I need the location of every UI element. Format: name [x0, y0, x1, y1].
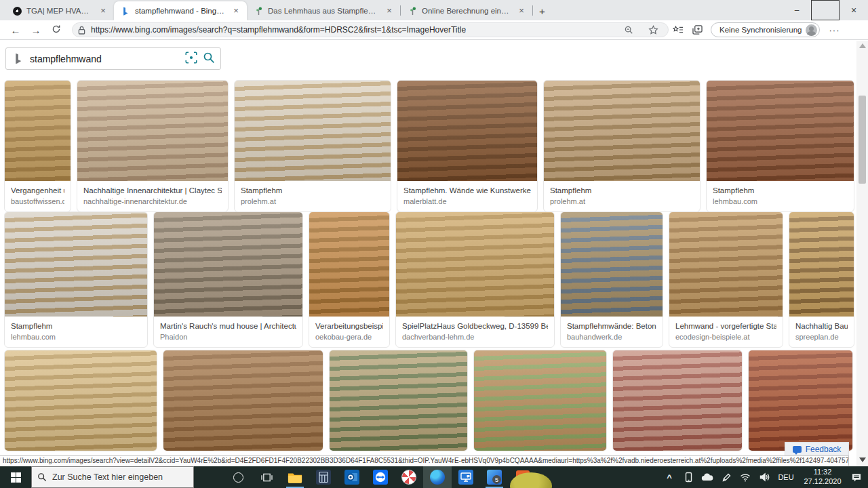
result-title[interactable]: Stampflehm — [713, 185, 848, 197]
tab-tga-mep-hvac[interactable]: TGA| MEP HVAC, étude fluide et × — [5, 1, 114, 20]
tab-close-icon[interactable]: × — [384, 5, 395, 16]
collections-icon[interactable] — [688, 25, 707, 35]
result-image[interactable] — [544, 81, 700, 181]
forward-button[interactable]: → — [26, 24, 46, 36]
edge-button[interactable] — [423, 466, 452, 488]
address-bar[interactable]: https://www.bing.com/images/search?q=sta… — [72, 22, 669, 37]
snipping-tool-button[interactable] — [395, 466, 423, 488]
tab-lehmhaus[interactable]: Das Lehmhaus aus Stampflehm. × — [247, 1, 400, 20]
feedback-button[interactable]: Feedback — [785, 442, 849, 456]
file-explorer-button[interactable] — [281, 466, 309, 488]
image-result-card[interactable]: Stampflehmprolehm.at — [543, 80, 701, 212]
result-image[interactable] — [789, 212, 854, 317]
result-domain[interactable]: lehmbau.com — [713, 197, 848, 207]
result-title[interactable]: Stampflehmwände: Betonschal... — [567, 321, 656, 332]
result-image[interactable] — [5, 212, 147, 317]
back-button[interactable]: ← — [5, 24, 26, 36]
result-image[interactable] — [561, 212, 663, 317]
result-title[interactable]: Stampflehm. Wände wie Kunstwerke - Maler… — [403, 185, 531, 197]
scrollbar-thumb[interactable] — [859, 96, 866, 184]
zoom-page-icon[interactable] — [619, 25, 638, 35]
your-phone-tray-button[interactable] — [679, 466, 697, 488]
settings-menu-button[interactable]: ··· — [824, 25, 844, 35]
cortana-button[interactable] — [224, 466, 252, 488]
result-domain[interactable]: malerblatt.de — [403, 197, 531, 207]
result-image[interactable] — [669, 212, 783, 317]
scrollbar-up-arrow-icon[interactable] — [859, 43, 866, 48]
pen-tray-button[interactable] — [717, 466, 735, 488]
result-domain[interactable]: lehmbau.com — [11, 332, 141, 343]
wifi-tray-button[interactable] — [736, 466, 754, 488]
result-title[interactable]: Nachhaltige Innenarchitektur | Claytec S… — [83, 185, 222, 197]
image-result-card[interactable]: Stampflehmlehmbau.com — [4, 211, 148, 348]
result-title[interactable]: SpielPlatzHaus Goldbeckweg, D-13599 Berl… — [402, 321, 548, 332]
image-result-card[interactable]: Nachhaltig Bauen ...spreeplan.de — [789, 211, 854, 348]
result-title[interactable]: Stampflehm — [241, 185, 384, 197]
result-image[interactable] — [749, 350, 852, 451]
bing-search-box[interactable] — [5, 47, 221, 70]
refresh-button[interactable] — [46, 24, 66, 36]
new-tab-button[interactable]: + — [539, 5, 545, 17]
close-window-button[interactable]: × — [840, 0, 868, 20]
image-result-card[interactable] — [4, 350, 157, 451]
result-title[interactable]: Verarbeitungsbeispiele f... — [315, 321, 383, 332]
image-result-card[interactable]: Martin's Rauch's mud house | Architectur… — [153, 211, 303, 348]
result-title[interactable]: Nachhaltig Bauen ... — [795, 321, 848, 332]
tab-online-berechnung[interactable]: Online Berechnung einer monoli × — [401, 1, 532, 20]
onedrive-tray-button[interactable] — [698, 466, 716, 488]
result-domain[interactable]: baustoffwissen.de — [11, 197, 64, 207]
vertical-scrollbar[interactable] — [856, 41, 868, 466]
search-submit-icon[interactable] — [203, 52, 215, 66]
result-image[interactable] — [396, 212, 554, 317]
action-center-button[interactable] — [848, 466, 865, 488]
result-domain[interactable]: Phaidon — [160, 332, 296, 343]
remote-desktop-button[interactable] — [452, 466, 480, 488]
result-image[interactable] — [613, 350, 742, 451]
taskbar-search-input[interactable] — [52, 472, 174, 482]
image-result-card[interactable] — [329, 350, 468, 451]
tab-close-icon[interactable]: × — [98, 5, 108, 16]
result-title[interactable]: Lehmwand - vorgefertigte Stampfle... — [675, 321, 776, 332]
image-result-card[interactable]: Stampflehmwände: Betonschal...bauhandwer… — [560, 211, 663, 348]
result-image[interactable] — [330, 350, 467, 451]
favorites-bar-icon[interactable] — [669, 25, 688, 35]
taskbar-clock[interactable]: 11:32 27.12.2020 — [799, 468, 846, 487]
calculator-button[interactable] — [309, 466, 338, 488]
result-image[interactable] — [474, 350, 606, 451]
volume-tray-button[interactable] — [755, 466, 773, 488]
result-image[interactable] — [5, 81, 71, 181]
result-title[interactable]: Martin's Rauch's mud house | Architectur… — [160, 321, 296, 332]
image-result-card[interactable] — [612, 350, 743, 451]
url-text[interactable]: https://www.bing.com/images/search?q=sta… — [91, 25, 614, 35]
result-domain[interactable]: prolehm.at — [550, 197, 694, 207]
result-domain[interactable]: prolehm.at — [241, 197, 384, 207]
result-image[interactable] — [77, 81, 228, 181]
minimize-button[interactable]: – — [783, 0, 811, 20]
result-title[interactable]: Vergangenheit un... — [11, 185, 64, 197]
tab-close-icon[interactable]: × — [231, 5, 241, 16]
result-image[interactable] — [397, 81, 537, 181]
mail-app-button[interactable]: 5 — [480, 466, 509, 488]
start-button[interactable] — [0, 466, 31, 488]
result-domain[interactable]: nachhaltige-innenarchitektur.de — [83, 197, 222, 207]
image-result-card[interactable]: Stampflehmprolehm.at — [234, 80, 391, 212]
visual-search-icon[interactable] — [185, 52, 197, 66]
sync-profile-button[interactable]: Keine Synchronisierung — [711, 22, 820, 37]
image-result-card[interactable]: Verarbeitungsbeispiele f...oekobau-gera.… — [309, 211, 390, 348]
image-result-card[interactable]: Stampflehm. Wände wie Kunstwerke - Maler… — [397, 80, 538, 212]
result-image[interactable] — [163, 350, 323, 451]
result-domain[interactable]: oekobau-gera.de — [315, 332, 383, 343]
outlook-button[interactable] — [338, 466, 366, 488]
result-domain[interactable]: bauhandwerk.de — [567, 332, 656, 343]
image-result-card[interactable]: Lehmwand - vorgefertigte Stampfle...ecod… — [669, 211, 783, 348]
search-input[interactable] — [30, 54, 180, 64]
favorite-star-icon[interactable] — [644, 25, 663, 35]
result-domain[interactable]: ecodesign-beispiele.at — [675, 332, 776, 343]
result-image[interactable] — [154, 212, 302, 317]
image-result-card[interactable]: Nachhaltige Innenarchitektur | Claytec S… — [77, 80, 229, 212]
result-image[interactable] — [309, 212, 389, 317]
keyboard-language-button[interactable]: DEU — [774, 473, 797, 481]
image-result-card[interactable]: Stampflehmlehmbau.com — [706, 80, 854, 212]
tray-expand-button[interactable]: ^ — [660, 466, 678, 488]
task-view-button[interactable] — [252, 466, 281, 488]
